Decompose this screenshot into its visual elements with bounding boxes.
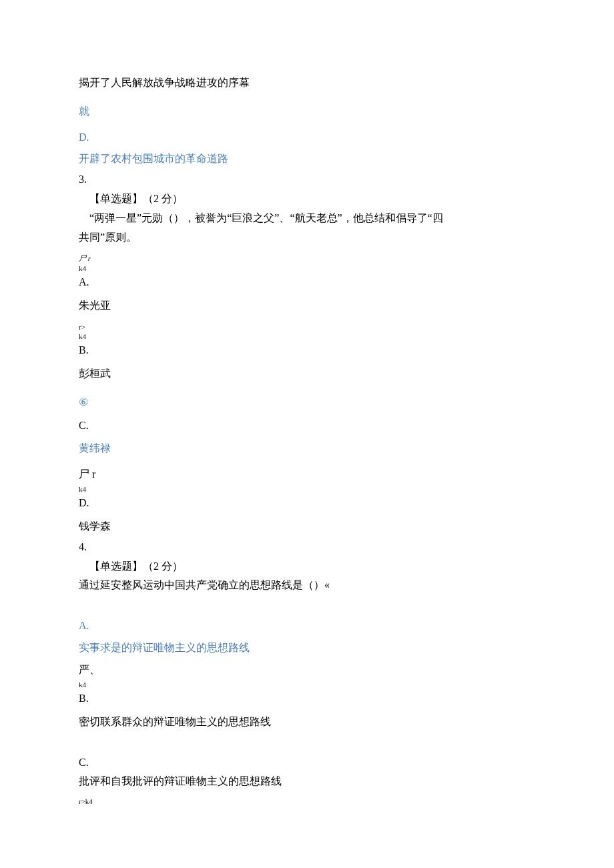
q4-b-marker-top: 严、: [79, 661, 535, 680]
q4-stem: 通过延安整风运动中国共产党确立的思想路线是（）«: [79, 576, 535, 595]
q3-b-marker-top: r>: [79, 322, 535, 332]
q4-b-marker-sub: k4: [79, 680, 535, 689]
q4-end-marker: r>k4: [79, 797, 535, 806]
q4-b-text: 密切联系群众的辩证唯物主义的思想路线: [79, 713, 535, 732]
q3-d-label: D.: [79, 494, 535, 513]
q4-a-text: 实事求是的辩证唯物主义的思想路线: [79, 638, 535, 658]
q3-stem-line2: 共同”原则。: [79, 228, 535, 248]
q3-d-marker-sub: k4: [79, 484, 535, 494]
document-page: 揭开了人民解放战争战略进攻的序幕 就 D. 开辟了农村包围城市的革命道路 3. …: [0, 0, 614, 846]
q4-type-label: 【单选题】（2 分）: [79, 557, 535, 576]
q3-type-label: 【单选题】（2 分）: [79, 189, 535, 209]
option-d-text: 开辟了农村包围城市的革命道路: [79, 149, 535, 169]
q3-a-marker-top: 尸 r: [79, 254, 535, 263]
q3-b-label: B.: [79, 341, 535, 360]
q3-c-label: C.: [79, 416, 535, 436]
q3-a-marker-sub: k4: [79, 264, 535, 273]
q3-a-label: A.: [79, 273, 535, 292]
prev-option-text: 揭开了人民解放战争战略进攻的序幕: [79, 73, 535, 93]
option-d-label: D.: [79, 128, 535, 147]
q3-b-text: 彭桓武: [79, 364, 535, 384]
q4-a-label: A.: [79, 616, 535, 636]
q4-number: 4.: [79, 538, 535, 557]
q3-a-text: 朱光亚: [79, 296, 535, 316]
q3-d-marker-top: 尸 r: [79, 465, 535, 484]
q4-c-text: 批评和自我批评的辩证唯物主义的思想路线: [79, 772, 535, 791]
marker-jiu: 就: [79, 102, 535, 121]
q3-c-text: 黄纬禄: [79, 439, 535, 458]
q3-b-marker-sub: k4: [79, 332, 535, 341]
q3-c-marker: ⑥: [79, 393, 535, 412]
q4-b-label: B.: [79, 689, 535, 709]
q4-c-label: C.: [79, 753, 535, 773]
q3-number: 3.: [79, 170, 535, 189]
q3-stem-line1: “两弹一星”元勋（），被誉为“巨浪之父”、“航天老总”，他总结和倡导了“四: [79, 209, 535, 228]
q3-d-text: 钱学森: [79, 517, 535, 536]
